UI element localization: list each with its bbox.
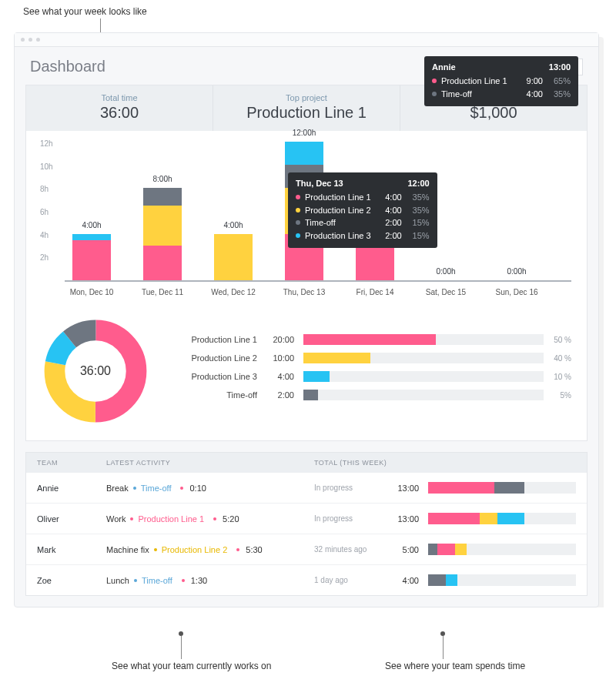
breakdown-row: Time-off2:005% [165,390,571,400]
bar-value-label: 4:00h [203,221,264,229]
traffic-light-icon [21,38,25,42]
x-tick: Thu, Dec 13 [273,288,335,296]
team-row[interactable]: ZoeLunchTime-off1:301 day ago4:00 [26,565,587,595]
x-tick: Tue, Dec 11 [132,288,193,296]
tooltip-title: Thu, Dec 13 [296,179,343,188]
bar-value-label: 4:00h [61,221,122,229]
bar-segment [72,240,111,281]
traffic-light-icon [28,38,32,42]
y-tick: 12h [40,139,53,148]
y-tick: 10h [40,162,53,170]
breakdown-row: Production Line 120:0050 % [165,334,571,345]
breakdown-row: Production Line 34:0010 % [165,371,571,382]
team-time-bar [428,544,576,555]
bar-segment [143,188,182,206]
team-member-name: Oliver [37,514,106,524]
team-panel: TEAM LATEST ACTIVITY TOTAL (THIS WEEK) A… [25,452,588,596]
team-table-header: TEAM LATEST ACTIVITY TOTAL (THIS WEEK) [26,453,587,473]
bar-value-label: 0:00h [415,267,477,276]
bar-value-label: 0:00h [486,267,547,276]
team-time-bar [428,482,576,494]
team-total-time: 5:00 [383,545,419,554]
breakdown-legend: Production Line 120:0050 %Production Lin… [165,334,571,408]
bar-column[interactable] [72,234,111,280]
y-tick: 6h [40,208,49,216]
breakdown-pct: 10 % [553,373,571,381]
col-header-team: TEAM [37,459,106,467]
breakdown-bar [303,334,544,345]
summary-total-time: Total time 36:00 [26,85,213,131]
window-titlebar [15,33,598,47]
donut-center-value: 36:00 [42,317,149,425]
breakdown-row: Production Line 210:0040 % [165,353,571,363]
latest-activity: WorkProduction Line 15:20 [106,514,314,524]
tooltip-row: Production Line 24:0035% [296,204,430,217]
team-member-name: Mark [37,545,106,554]
breakdown-name: Production Line 3 [165,372,257,381]
breakdown-pct: 5% [553,391,571,400]
x-tick: Sun, Dec 16 [486,288,547,296]
summary-top-project: Top project Production Line 1 [213,85,400,131]
breakdown-name: Time-off [165,390,257,400]
col-header-latest: LATEST ACTIVITY [106,459,314,467]
latest-activity: LunchTime-off1:30 [106,576,314,585]
weekly-bar-chart: 2h4h6h8h10h12h4:00h8:00h4:00h12:00h8:00h… [26,131,587,305]
breakdown-name: Production Line 1 [165,335,257,344]
team-total-time: 13:00 [383,514,419,524]
tooltip-total: 12:00 [407,179,429,188]
page-title: Dashboard [30,58,105,75]
bar-segment [214,234,253,280]
y-tick: 4h [40,230,49,239]
y-tick: 8h [40,185,49,193]
tooltip-total: 13:00 [549,62,571,72]
breakdown-bar [303,353,544,363]
y-tick: 2h [40,253,49,262]
tooltip-row: Production Line 19:0065% [432,75,571,88]
summary-label: Top project [219,93,393,102]
latest-activity: BreakTime-off0:10 [106,484,314,493]
breakdown-bar [303,371,544,382]
app-window: Dashboard This week ❮ ❯ Total time 36:00… [14,32,599,607]
team-member-name: Zoe [37,576,106,585]
bar-segment [356,246,394,280]
x-tick: Mon, Dec 10 [61,288,122,296]
traffic-light-icon [36,38,40,42]
breakdown-time: 20:00 [266,335,294,344]
team-tooltip: Annie 13:00 Production Line 19:0065%Time… [424,56,578,106]
team-row[interactable]: MarkMachine fixProduction Line 25:3032 m… [26,534,587,565]
summary-label: Total time [32,93,206,102]
donut-chart: 36:00 [42,317,149,425]
x-tick: Wed, Dec 12 [203,288,264,296]
bar-column[interactable] [214,234,253,280]
breakdown-time: 4:00 [266,372,294,381]
summary-value: Production Line 1 [219,104,393,122]
bar-segment [143,246,182,280]
bar-column[interactable] [143,188,182,280]
tooltip-row: Time-off4:0035% [432,88,571,101]
team-time-bar [428,513,576,524]
team-time-bar [428,574,576,586]
summary-value: 36:00 [32,104,206,122]
summary-panel: Total time 36:00 Top project Production … [25,85,588,441]
team-total-time: 4:00 [383,576,419,585]
breakdown-pct: 40 % [553,354,571,363]
activity-ago: 32 minutes ago [314,545,383,554]
x-tick: Fri, Dec 14 [344,288,406,296]
bar-segment [285,142,323,165]
bar-segment [143,206,182,246]
tooltip-row: Production Line 14:0035% [296,191,430,204]
callout-top: See what your week looks like [23,6,147,17]
activity-ago: 1 day ago [314,576,383,584]
chart-x-axis: Mon, Dec 10Tue, Dec 11Wed, Dec 12Thu, De… [65,282,571,302]
latest-activity: Machine fixProduction Line 25:30 [106,545,314,554]
team-row[interactable]: AnnieBreakTime-off0:10In progress13:00 [26,473,587,504]
bar-value-label: 12:00h [273,129,335,137]
tooltip-row: Time-off2:0015% [296,216,430,229]
x-tick: Sat, Dec 15 [415,288,477,296]
col-header-total: TOTAL (THIS WEEK) [314,459,576,467]
breakdown-name: Production Line 2 [165,353,257,363]
tooltip-row: Production Line 32:0015% [296,229,430,243]
team-row[interactable]: OliverWorkProduction Line 15:20In progre… [26,504,587,534]
breakdown-time: 2:00 [266,390,294,400]
breakdown-pct: 50 % [553,336,571,344]
